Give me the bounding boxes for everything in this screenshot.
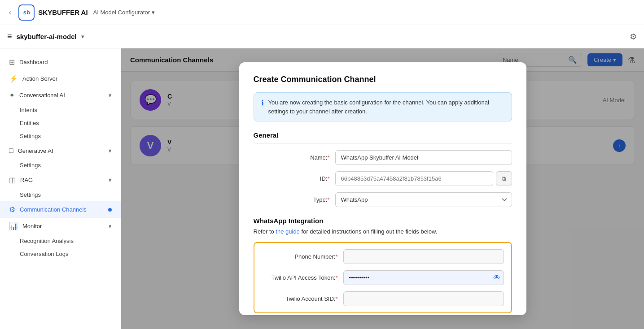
name-input[interactable] — [335, 150, 512, 165]
nav-label: AI Model Configurator — [93, 9, 150, 16]
header-right: ⚙ — [630, 32, 637, 42]
info-banner-text: You are now creating the basic configura… — [268, 98, 504, 116]
type-row: Type:* WhatsApp Teams Viber Zoom Custom — [254, 192, 512, 207]
twilio-sid-label: Twilio Account SID:* — [262, 295, 338, 302]
logo-icon: sb — [18, 4, 35, 21]
type-select[interactable]: WhatsApp Teams Viber Zoom Custom — [335, 192, 512, 207]
sidebar-item-generative-ai[interactable]: □ Generative AI ∨ — [0, 143, 121, 159]
rag-chevron-icon: ∨ — [108, 177, 112, 183]
twilio-sid-row: Twilio Account SID:* — [254, 291, 511, 306]
sidebar-label-dashboard: Dashboard — [19, 59, 48, 65]
type-label: Type:* — [254, 196, 330, 203]
id-label: ID:* — [254, 175, 330, 182]
whatsapp-integration-title: WhatsApp Integration — [254, 217, 512, 225]
sidebar-item-conversational-ai[interactable]: ✦ Conversational AI ∨ — [0, 87, 121, 104]
twilio-sid-input[interactable] — [343, 291, 504, 306]
sidebar-item-monitor[interactable]: 📊 Monitor ∨ — [0, 218, 121, 234]
guide-link[interactable]: the guide — [276, 228, 300, 235]
workspace-chevron-icon[interactable]: ▾ — [81, 33, 84, 40]
id-row: ID:* ⧉ — [254, 171, 512, 186]
communication-channels-badge — [108, 208, 112, 212]
sidebar-item-recognition-analysis[interactable]: Recognition Analysis — [0, 234, 121, 247]
second-header: ≡ skybuffer-ai-model ▾ ⚙ — [0, 25, 644, 48]
top-nav: ‹ sb SKYBUFFER AI AI Model Configurator … — [0, 0, 644, 25]
id-input-group: ⧉ — [335, 171, 512, 186]
logo-container: sb SKYBUFFER AI — [18, 4, 88, 21]
brand-name: SKYBUFFER AI — [38, 9, 88, 16]
dashboard-icon: ⊞ — [9, 58, 15, 66]
sidebar-item-action-server[interactable]: ⚡ Action Server — [0, 70, 121, 87]
sidebar-label-action-server: Action Server — [22, 75, 57, 82]
conversational-ai-chevron-icon: ∨ — [108, 92, 112, 98]
toggle-password-button[interactable]: 👁 — [493, 274, 500, 282]
workspace-name: skybuffer-ai-model — [17, 33, 77, 40]
sidebar-item-rag[interactable]: ◫ RAG ∨ — [0, 172, 121, 188]
sidebar-item-intents[interactable]: Intents — [0, 104, 121, 117]
modal-title: Create Communication Channel — [254, 75, 512, 84]
communication-channels-icon: ⚙ — [9, 205, 15, 214]
generative-ai-chevron-icon: ∨ — [108, 148, 112, 154]
nav-chevron-icon: ▾ — [152, 9, 155, 16]
id-input[interactable] — [335, 171, 493, 186]
sidebar: ⊞ Dashboard ⚡ Action Server ✦ Conversati… — [0, 48, 121, 329]
phone-number-row: Phone Number:* — [254, 249, 511, 264]
highlighted-fields-group: Phone Number:* Twilio API Access Token:*… — [254, 242, 512, 313]
guide-text: Refer to the guide for detailed instruct… — [254, 228, 512, 235]
info-banner: ℹ You are now creating the basic configu… — [254, 92, 512, 121]
sidebar-item-conversation-logs[interactable]: Conversation Logs — [0, 247, 121, 260]
sidebar-label-monitor: Monitor — [22, 223, 42, 229]
content-area: Communication Channels 🔍 Create ▾ ⚗ 💬 C … — [121, 48, 644, 329]
settings-icon-button[interactable]: ⚙ — [630, 32, 637, 42]
modal-dialog: Create Communication Channel ℹ You are n… — [239, 62, 526, 315]
twilio-token-input[interactable] — [343, 270, 504, 285]
phone-number-input[interactable] — [343, 249, 504, 264]
action-server-icon: ⚡ — [9, 74, 18, 83]
twilio-token-input-wrap: 👁 — [343, 270, 504, 285]
twilio-token-row: Twilio API Access Token:* 👁 — [254, 270, 511, 285]
copy-id-button[interactable]: ⧉ — [496, 171, 512, 186]
sidebar-item-communication-channels[interactable]: ⚙ Communication Channels — [0, 201, 121, 218]
sidebar-item-gen-settings[interactable]: Settings — [0, 159, 121, 172]
monitor-chevron-icon: ∨ — [108, 223, 112, 229]
twilio-token-label: Twilio API Access Token:* — [262, 274, 338, 281]
monitor-icon: 📊 — [9, 222, 18, 230]
sidebar-label-conversational-ai: Conversational AI — [19, 92, 65, 99]
hamburger-button[interactable]: ≡ — [7, 32, 12, 41]
sidebar-label-generative-ai: Generative AI — [18, 147, 53, 154]
sidebar-item-dashboard[interactable]: ⊞ Dashboard — [0, 54, 121, 70]
conversational-ai-icon: ✦ — [9, 91, 15, 100]
sidebar-item-ca-settings[interactable]: Settings — [0, 130, 121, 143]
back-button[interactable]: ‹ — [7, 7, 13, 18]
general-section-label: General — [254, 131, 512, 144]
generative-ai-icon: □ — [9, 147, 13, 155]
info-icon: ℹ — [261, 99, 264, 107]
phone-number-label: Phone Number:* — [262, 253, 338, 260]
sidebar-item-rag-settings[interactable]: Settings — [0, 188, 121, 201]
name-label: Name:* — [254, 154, 330, 161]
name-row: Name:* — [254, 150, 512, 165]
main-layout: ⊞ Dashboard ⚡ Action Server ✦ Conversati… — [0, 48, 644, 329]
modal-overlay: Create Communication Channel ℹ You are n… — [121, 48, 644, 329]
sidebar-item-entities[interactable]: Entities — [0, 117, 121, 130]
sidebar-label-rag: RAG — [20, 177, 33, 183]
sidebar-label-communication-channels: Communication Channels — [20, 206, 87, 213]
rag-icon: ◫ — [9, 176, 16, 184]
nav-dropdown[interactable]: AI Model Configurator ▾ — [93, 9, 155, 16]
